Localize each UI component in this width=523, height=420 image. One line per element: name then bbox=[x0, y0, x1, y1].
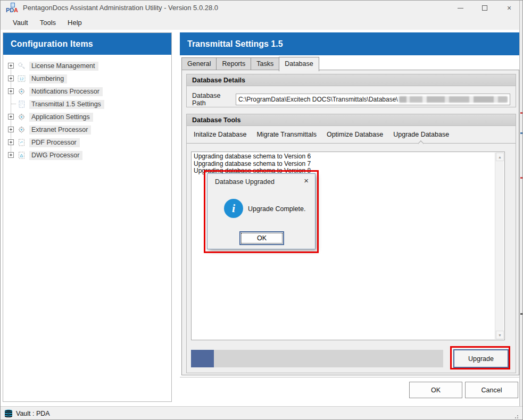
tree-item-transmittal-1-5-settings[interactable]: Transmittal 1.5 Settings bbox=[3, 98, 171, 111]
tree-expander-slot bbox=[7, 85, 17, 98]
log-line: Upgrading database schema to Version 7 bbox=[194, 161, 494, 168]
scroll-down-icon: ▼ bbox=[498, 333, 502, 337]
close-button[interactable]: × bbox=[497, 1, 521, 15]
window-controls: × bbox=[448, 1, 521, 15]
menu-bar: VaultToolsHelp bbox=[1, 15, 523, 30]
tree-item-pdf-processor[interactable]: PDF Processor bbox=[3, 136, 171, 149]
tree-item-label: Application Settings bbox=[29, 113, 93, 122]
svg-text:12: 12 bbox=[20, 77, 24, 81]
dialog-ok-button[interactable]: OK bbox=[239, 231, 284, 245]
menu-item-help[interactable]: Help bbox=[62, 16, 88, 29]
scroll-down-button[interactable]: ▼ bbox=[496, 331, 504, 339]
vault-database-icon bbox=[4, 409, 13, 418]
expand-plus-icon[interactable] bbox=[8, 114, 14, 120]
numbering-icon: 12 bbox=[17, 74, 26, 83]
info-icon: i bbox=[224, 199, 243, 218]
tree-item-application-settings[interactable]: Application Settings bbox=[3, 111, 171, 123]
tree-expander-slot bbox=[7, 60, 17, 72]
maximize-icon bbox=[482, 5, 487, 11]
menu-item-tools[interactable]: Tools bbox=[34, 16, 62, 29]
subtab-optimize-database[interactable]: Optimize Database bbox=[326, 130, 384, 139]
dialog-message: Upgrade Complete. bbox=[248, 205, 305, 213]
dwg-icon bbox=[17, 151, 26, 159]
tree-item-dwg-processor[interactable]: DWG Processor bbox=[3, 149, 171, 162]
close-icon: × bbox=[507, 4, 511, 12]
database-path-label: Database Path bbox=[192, 92, 236, 107]
dialog-close-icon[interactable]: × bbox=[304, 176, 309, 185]
active-subtab-caret-icon bbox=[418, 140, 424, 146]
tree-expander-slot bbox=[7, 136, 17, 149]
expand-plus-icon[interactable] bbox=[8, 88, 14, 94]
tree-item-license-management[interactable]: License Management bbox=[3, 60, 171, 72]
vault-status-text: Vault : PDA bbox=[16, 410, 50, 417]
database-upgraded-dialog: Database Upgraded × i Upgrade Complete. … bbox=[207, 173, 316, 249]
dialog-title: Database Upgraded bbox=[215, 178, 275, 186]
tree-item-label: Notifications Processor bbox=[29, 87, 103, 96]
redacted-path-segment bbox=[399, 96, 508, 103]
gear-icon bbox=[17, 125, 26, 134]
tree-item-label: DWG Processor bbox=[29, 151, 82, 160]
expand-plus-icon[interactable] bbox=[8, 127, 14, 132]
maximize-button[interactable] bbox=[472, 1, 497, 15]
database-details-header: Database Details bbox=[187, 74, 516, 86]
document-icon bbox=[17, 100, 26, 108]
upgrade-log-lines: Upgrading database schema to Version 6Up… bbox=[194, 153, 494, 175]
tree-item-label: License Management bbox=[29, 62, 98, 71]
upgrade-button[interactable]: Upgrade bbox=[453, 349, 509, 368]
status-bar: Vault : PDA bbox=[1, 406, 523, 420]
log-scrollbar[interactable]: ▲ ▼ bbox=[495, 153, 504, 339]
cancel-button[interactable]: Cancel bbox=[465, 382, 518, 398]
tree-expander-slot bbox=[7, 111, 17, 123]
database-path-input[interactable]: C:\ProgramData\Excitech DOCS\Transmittal… bbox=[236, 94, 510, 105]
subtab-initalize-database[interactable]: Initalize Database bbox=[193, 130, 247, 139]
tree-item-label: Extranet Processor bbox=[29, 125, 91, 135]
tree-expander-slot bbox=[7, 123, 17, 136]
expand-plus-icon[interactable] bbox=[8, 139, 14, 145]
background-edge-strip bbox=[519, 1, 522, 406]
database-path-value: C:\ProgramData\Excitech DOCS\Transmittal… bbox=[238, 96, 398, 103]
menu-item-vault[interactable]: Vault bbox=[7, 16, 34, 29]
minimize-icon bbox=[458, 8, 463, 9]
tree-item-notifications-processor[interactable]: Notifications Processor bbox=[3, 85, 171, 98]
configuration-tree: License Management12NumberingNotificatio… bbox=[3, 55, 171, 162]
footer-separator bbox=[180, 377, 520, 377]
log-line: Upgrading database schema to Version 6 bbox=[194, 153, 494, 161]
database-tools-header: Database Tools bbox=[187, 114, 516, 126]
app-logo-a: A bbox=[14, 7, 18, 13]
title-bar: PD A PentagonDocs Assistant Administrati… bbox=[1, 1, 523, 15]
pdf-icon bbox=[17, 138, 26, 147]
gear-icon bbox=[17, 87, 26, 96]
gear-icon bbox=[17, 113, 26, 121]
tree-connector bbox=[11, 104, 16, 104]
subtab-migrate-transmittals[interactable]: Migrate Transmittals bbox=[256, 130, 317, 139]
tree-item-extranet-processor[interactable]: Extranet Processor bbox=[3, 123, 171, 136]
ok-button[interactable]: OK bbox=[409, 382, 462, 398]
tree-item-label: Numbering bbox=[29, 74, 67, 83]
expand-plus-icon[interactable] bbox=[8, 152, 14, 158]
tree-item-numbering[interactable]: 12Numbering bbox=[3, 72, 171, 85]
tab-reports[interactable]: Reports bbox=[216, 57, 251, 70]
key-icon bbox=[17, 62, 26, 70]
database-tools-subtabs: Initalize DatabaseMigrate TransmittalsOp… bbox=[187, 126, 516, 144]
resize-grip[interactable] bbox=[514, 414, 518, 418]
minimize-button[interactable] bbox=[448, 1, 472, 15]
tab-database[interactable]: Database bbox=[279, 57, 319, 71]
tab-tasks[interactable]: Tasks bbox=[251, 57, 279, 70]
tree-item-label: Transmittal 1.5 Settings bbox=[29, 100, 104, 109]
scroll-up-icon: ▲ bbox=[498, 155, 502, 159]
page-title: Transmittal Settings 1.5 bbox=[180, 32, 520, 55]
window-title: PentagonDocs Assistant Administration Ut… bbox=[23, 4, 218, 12]
tab-strip: GeneralReportsTasksDatabase bbox=[181, 57, 319, 70]
scroll-up-button[interactable]: ▲ bbox=[496, 153, 504, 161]
tree-item-label: PDF Processor bbox=[29, 138, 80, 147]
upgrade-progress-bar bbox=[191, 350, 443, 367]
app-window: { "window": { "title": "PentagonDocs Ass… bbox=[0, 0, 523, 420]
tree-expander-slot bbox=[7, 98, 17, 111]
expand-plus-icon[interactable] bbox=[8, 75, 14, 81]
tree-expander-slot bbox=[7, 149, 17, 162]
tree-expander-slot bbox=[7, 72, 17, 85]
subtab-upgrade-database[interactable]: Upgrade Database bbox=[393, 130, 450, 139]
expand-plus-icon[interactable] bbox=[8, 63, 14, 69]
tab-general[interactable]: General bbox=[181, 57, 217, 70]
database-details-group: Database Details Database Path C:\Progra… bbox=[186, 74, 516, 107]
